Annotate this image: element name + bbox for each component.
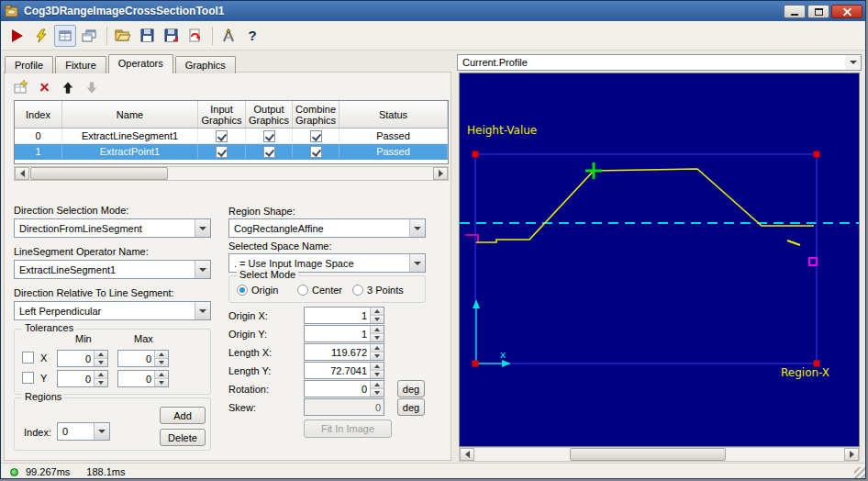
length-x-value[interactable]: 119.672: [305, 344, 370, 360]
column-header-name[interactable]: Name: [62, 101, 198, 128]
input-graphics-checkbox[interactable]: [216, 146, 228, 158]
skew-deg-button[interactable]: deg: [397, 398, 425, 416]
origin-y-value[interactable]: 1: [305, 326, 370, 341]
spin-up-icon[interactable]: [95, 351, 107, 359]
input-graphics-checkbox[interactable]: [216, 130, 228, 142]
table-hscrollbar[interactable]: [14, 166, 449, 181]
save-station-button[interactable]: [160, 25, 182, 47]
spin-up-icon[interactable]: [371, 381, 384, 389]
scroll-right-button[interactable]: [844, 448, 859, 461]
delete-operator-button[interactable]: [36, 79, 52, 95]
combine-graphics-checkbox[interactable]: [310, 146, 322, 158]
y-tolerance-checkbox[interactable]: [22, 372, 34, 384]
scroll-left-button[interactable]: [460, 448, 474, 461]
output-graphics-checkbox[interactable]: [263, 130, 275, 142]
rotation-spinner[interactable]: 0: [304, 380, 384, 397]
tab-operators[interactable]: Operators: [108, 54, 173, 73]
scroll-thumb[interactable]: [30, 167, 168, 180]
spin-up-icon[interactable]: [95, 371, 107, 379]
y-min-spinner[interactable]: 0: [57, 370, 108, 387]
tab-fixture[interactable]: Fixture: [55, 56, 106, 73]
spin-down-icon[interactable]: [371, 352, 384, 360]
x-max-spinner[interactable]: 0: [117, 350, 169, 367]
spin-up-icon[interactable]: [371, 363, 384, 371]
move-up-button[interactable]: [60, 79, 76, 95]
spin-up-icon[interactable]: [371, 344, 384, 352]
table-row-selected[interactable]: 1 ExtractPoint1 Passed: [15, 144, 448, 160]
electric-run-button[interactable]: [30, 25, 52, 47]
spin-up-icon[interactable]: [155, 371, 168, 379]
output-graphics-checkbox[interactable]: [263, 146, 275, 158]
save-button[interactable]: [136, 25, 158, 47]
scroll-left-button[interactable]: [15, 167, 29, 180]
table-row[interactable]: 0 ExtractLineSegment1 Passed: [15, 129, 448, 144]
region-shape-select[interactable]: CogRectangleAffine: [228, 218, 426, 238]
record-selector[interactable]: Current.Profile: [457, 54, 862, 71]
y-min-value[interactable]: 0: [58, 371, 94, 386]
scroll-right-button[interactable]: [433, 167, 448, 180]
length-y-value[interactable]: 72.7041: [305, 363, 370, 378]
x-tolerance-checkbox[interactable]: [22, 352, 34, 364]
result-display-toggle[interactable]: [54, 25, 76, 47]
spin-down-icon[interactable]: [371, 389, 384, 397]
three-points-radio[interactable]: 3 Points: [352, 285, 404, 296]
float-window-button[interactable]: [78, 25, 100, 47]
chevron-down-icon[interactable]: [845, 55, 861, 70]
spin-down-icon[interactable]: [371, 334, 384, 341]
x-min-value[interactable]: 0: [58, 351, 94, 366]
y-max-value[interactable]: 0: [118, 371, 154, 386]
operator-name-select[interactable]: ExtractLineSegment1: [14, 260, 211, 279]
chevron-down-icon[interactable]: [195, 219, 210, 237]
x-max-value[interactable]: 0: [118, 351, 154, 366]
tab-graphics[interactable]: Graphics: [175, 56, 236, 73]
origin-radio[interactable]: Origin: [237, 285, 278, 296]
chevron-down-icon[interactable]: [195, 302, 210, 319]
display-hscrollbar[interactable]: [459, 447, 860, 462]
add-operator-button[interactable]: [12, 79, 28, 95]
titlebar[interactable]: Cog3DRangeImageCrossSectionTool1: [1, 1, 866, 21]
help-button[interactable]: ?: [241, 25, 263, 47]
maximize-button[interactable]: [807, 5, 829, 18]
spin-down-icon[interactable]: [95, 379, 107, 386]
origin-x-spinner[interactable]: 1: [304, 307, 384, 324]
profile-display[interactable]: x Height-Value Region-X: [459, 73, 860, 447]
rotation-value[interactable]: 0: [305, 381, 370, 397]
length-x-spinner[interactable]: 119.672: [304, 343, 384, 361]
spin-up-icon[interactable]: [155, 351, 168, 359]
combine-graphics-checkbox[interactable]: [310, 130, 322, 142]
region-index-select[interactable]: 0: [57, 422, 110, 441]
column-header-input-graphics[interactable]: Input Graphics: [198, 101, 246, 128]
resize-grip[interactable]: [854, 467, 865, 478]
direction-mode-select[interactable]: DirectionFromLineSegment: [14, 218, 211, 238]
spin-down-icon[interactable]: [155, 359, 168, 366]
scroll-thumb[interactable]: [570, 448, 726, 461]
open-button[interactable]: [112, 25, 134, 47]
spin-up-icon[interactable]: [371, 326, 384, 334]
spin-down-icon[interactable]: [95, 359, 107, 366]
direction-relative-select[interactable]: Left Perpendicular: [14, 301, 211, 320]
y-max-spinner[interactable]: 0: [117, 370, 169, 387]
spin-up-icon[interactable]: [371, 308, 384, 316]
origin-y-spinner[interactable]: 1: [304, 325, 384, 342]
minimize-button[interactable]: [784, 5, 806, 18]
add-region-button[interactable]: Add: [160, 407, 206, 424]
column-header-status[interactable]: Status: [339, 101, 448, 128]
x-min-spinner[interactable]: 0: [57, 350, 108, 367]
chevron-down-icon[interactable]: [195, 261, 210, 278]
column-header-index[interactable]: Index: [15, 101, 62, 128]
spin-down-icon[interactable]: [155, 379, 168, 386]
length-y-spinner[interactable]: 72.7041: [304, 362, 384, 379]
spin-down-icon[interactable]: [371, 316, 384, 323]
chevron-down-icon[interactable]: [94, 423, 109, 440]
delete-region-button[interactable]: Delete: [160, 429, 206, 446]
center-radio[interactable]: Center: [297, 285, 342, 296]
chevron-down-icon[interactable]: [409, 254, 425, 272]
revert-button[interactable]: [184, 25, 206, 47]
chevron-down-icon[interactable]: [409, 219, 425, 237]
close-button[interactable]: [831, 5, 862, 18]
rotation-deg-button[interactable]: deg: [397, 380, 425, 397]
run-button[interactable]: [6, 25, 28, 47]
tab-profile[interactable]: Profile: [5, 56, 53, 73]
column-header-combine-graphics[interactable]: Combine Graphics: [293, 101, 339, 128]
profile-display-canvas[interactable]: x Height-Value Region-X: [460, 73, 859, 446]
